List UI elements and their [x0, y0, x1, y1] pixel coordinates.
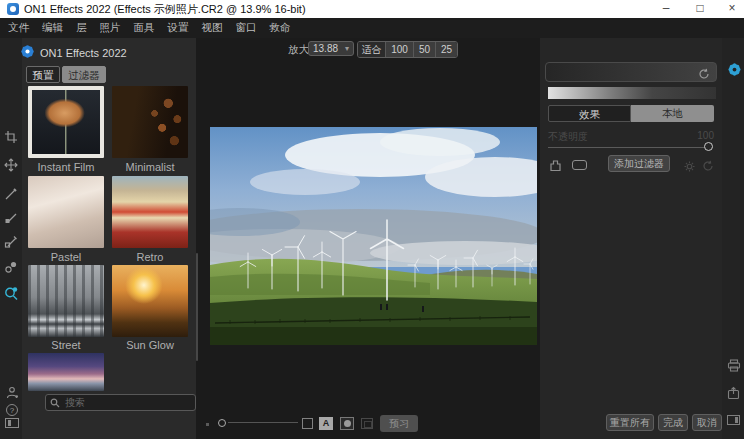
- preset-thumb-minimalist[interactable]: [112, 86, 188, 158]
- luminosity-mask-icon[interactable]: [549, 158, 562, 171]
- close-button[interactable]: ×: [720, 0, 744, 18]
- presets-panel: ON1 Effects 2022 预置 过滤器 Instant Film Min…: [22, 38, 196, 439]
- retouch-circles-icon[interactable]: [4, 260, 18, 274]
- effects-gear-icon: [20, 44, 35, 59]
- zoom-100-button[interactable]: 100: [386, 42, 414, 57]
- tab-presets[interactable]: 预置: [26, 66, 60, 83]
- preset-thumb-retro[interactable]: [112, 176, 188, 248]
- preset-label: Minimalist: [112, 161, 188, 173]
- thumb-size-slider-handle[interactable]: [218, 419, 226, 427]
- menu-mask[interactable]: 面具: [134, 21, 155, 35]
- tab-filters[interactable]: 过滤器: [62, 66, 106, 83]
- window-title: ON1 Effects 2022 (Effects 示例照片.CR2 @ 13.…: [24, 2, 306, 17]
- maximize-button[interactable]: □: [688, 0, 712, 18]
- search-icon: [50, 398, 60, 408]
- minimize-button[interactable]: –: [654, 0, 678, 18]
- zoom-50-button[interactable]: 50: [414, 42, 436, 57]
- zoom-label: 放大: [288, 43, 309, 57]
- preset-thumb-pastel[interactable]: [28, 176, 104, 248]
- menu-layer[interactable]: 层: [76, 21, 87, 35]
- opacity-slider-handle[interactable]: [704, 142, 713, 151]
- fit-button[interactable]: 适合: [358, 42, 386, 57]
- mask-preview-icon[interactable]: [572, 160, 587, 170]
- menu-edit[interactable]: 编辑: [42, 21, 63, 35]
- right-tool-strip: [722, 38, 744, 439]
- zoom-level-select[interactable]: 13.88 ▾: [308, 41, 354, 56]
- done-button[interactable]: 完成: [658, 414, 688, 431]
- gradient-strip: [548, 87, 716, 99]
- panel-title: ON1 Effects 2022: [40, 47, 127, 59]
- effects-panel: 效果 本地 不透明度 100 添加过滤器: [540, 38, 722, 439]
- preset-label: Pastel: [28, 251, 104, 263]
- preset-label: Instant Film: [28, 161, 104, 173]
- masking-brush-icon[interactable]: [4, 187, 18, 201]
- thumb-size-min-icon: [206, 423, 209, 426]
- title-bar: ON1 Effects 2022 (Effects 示例照片.CR2 @ 13.…: [0, 0, 744, 18]
- reset-arrow-icon[interactable]: [698, 66, 710, 78]
- view-zoom-tool-icon[interactable]: [4, 286, 18, 300]
- photo-wind-turbines[interactable]: [210, 127, 537, 345]
- menu-bar: 文件 编辑 层 照片 面具 设置 视图 窗口 救命: [0, 18, 744, 38]
- panel-scrollbar[interactable]: [196, 253, 198, 361]
- opacity-value: 100: [690, 130, 714, 141]
- menu-file[interactable]: 文件: [8, 21, 29, 35]
- masking-bug-icon[interactable]: [4, 211, 18, 225]
- thumb-size-slider-track[interactable]: [228, 422, 298, 423]
- menu-window[interactable]: 窗口: [236, 21, 257, 35]
- app-logo-icon: [7, 3, 19, 15]
- zoom-25-button[interactable]: 25: [436, 42, 457, 57]
- chevron-down-icon: ▾: [345, 44, 349, 53]
- right-panel-toggle-icon[interactable]: [727, 415, 740, 425]
- reset-all-button[interactable]: 重置所有: [606, 414, 654, 431]
- move-tool-icon[interactable]: [4, 158, 18, 172]
- preset-search-box: [45, 394, 196, 411]
- add-filter-button[interactable]: 添加过滤器: [608, 155, 670, 172]
- menu-view[interactable]: 视图: [202, 21, 223, 35]
- mask-view-icon[interactable]: [340, 417, 354, 430]
- on1-effects-window: ON1 Effects 2022 (Effects 示例照片.CR2 @ 13.…: [0, 0, 744, 439]
- left-tool-strip: ?: [0, 38, 22, 439]
- preset-label: Sun Glow: [112, 339, 188, 351]
- zoom-value: 13.88: [313, 43, 338, 54]
- help-icon[interactable]: ?: [6, 404, 18, 416]
- preset-thumb-sun-glow[interactable]: [112, 265, 188, 337]
- export-share-icon[interactable]: [727, 386, 742, 401]
- print-icon[interactable]: [727, 358, 742, 373]
- menu-help[interactable]: 救命: [270, 21, 291, 35]
- original-view-toggle[interactable]: A: [319, 417, 333, 430]
- filter-reset-icon[interactable]: [702, 158, 714, 170]
- tab-local[interactable]: 本地: [631, 105, 714, 122]
- preview-button[interactable]: 预习: [380, 415, 418, 432]
- filter-options-gear-icon[interactable]: [684, 158, 695, 169]
- settings-gear-icon[interactable]: [727, 62, 742, 77]
- opacity-label: 不透明度: [548, 130, 588, 144]
- tab-effects[interactable]: 效果: [548, 105, 631, 122]
- search-input[interactable]: [63, 396, 191, 409]
- preset-label: Retro: [112, 251, 188, 263]
- left-panel-toggle-icon[interactable]: [5, 418, 19, 428]
- menu-settings[interactable]: 设置: [168, 21, 189, 35]
- amount-slider-box[interactable]: [545, 62, 717, 82]
- preset-thumb-partial[interactable]: [28, 353, 104, 391]
- crop-tool-icon[interactable]: [4, 130, 18, 144]
- zoom-fit-group: 适合 100 50 25: [357, 41, 458, 58]
- opacity-slider-track[interactable]: [548, 147, 713, 148]
- preset-thumb-instant-film[interactable]: [28, 86, 104, 158]
- preset-thumb-street[interactable]: [28, 265, 104, 337]
- preset-label: Street: [28, 339, 104, 351]
- cancel-button[interactable]: 取消: [692, 414, 722, 431]
- soft-proof-icon[interactable]: [361, 418, 373, 429]
- user-account-icon[interactable]: [6, 385, 19, 398]
- menu-photo[interactable]: 照片: [100, 21, 121, 35]
- compare-square-icon[interactable]: [302, 418, 313, 429]
- local-brush-icon[interactable]: [4, 235, 18, 249]
